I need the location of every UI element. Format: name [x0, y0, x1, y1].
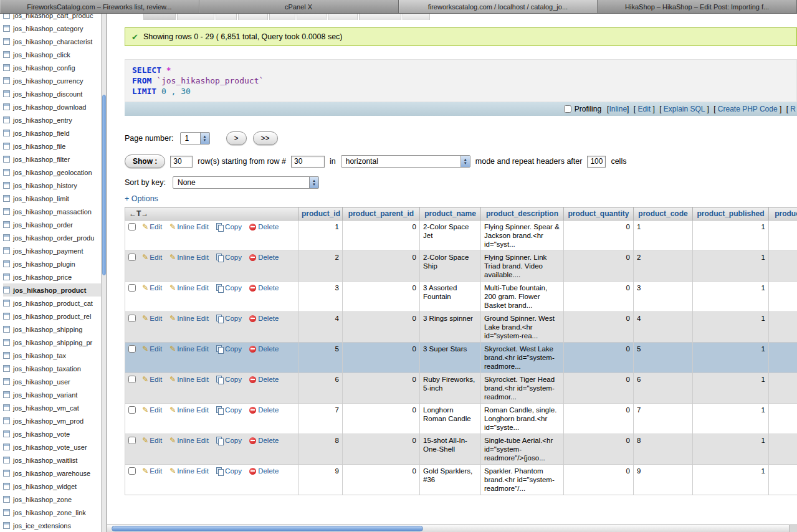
sidebar-table-item[interactable]: jos_hikashop_discount	[3, 87, 102, 100]
copy-link[interactable]: Copy	[216, 315, 242, 322]
sort-key-select[interactable]: None ▲▼	[173, 176, 319, 189]
next-page-button[interactable]: >	[226, 131, 247, 145]
column-header-product-published[interactable]: product_published	[693, 207, 769, 221]
sidebar-table-item[interactable]: jos_hikashop_product	[3, 283, 102, 297]
copy-link[interactable]: Copy	[216, 467, 242, 475]
delete-link[interactable]: Delete	[249, 223, 279, 230]
browser-tab-1[interactable]: FireworksCatalog.com – Fireworks list, r…	[0, 0, 199, 13]
browser-tab-4[interactable]: HikaShop – HikaShop – Edit Post: Importi…	[598, 0, 797, 13]
sidebar-table-item[interactable]: jos_hikashop_category	[3, 22, 102, 35]
column-header-product-code[interactable]: product_code	[634, 207, 693, 221]
inline-edit-link[interactable]: ✎Inline Edit	[169, 284, 209, 292]
sidebar-scrollbar[interactable]	[101, 14, 107, 532]
sidebar-table-item[interactable]: jos_hikashop_cart_produc	[3, 14, 102, 22]
sidebar-table-item[interactable]: jos_hikashop_massaction	[3, 205, 102, 218]
mode-select[interactable]: horizontal ▲▼	[341, 155, 470, 168]
profiling-link-text[interactable]: Edit	[637, 105, 651, 113]
pma-tab-stub[interactable]	[403, 14, 430, 20]
sidebar-table-item[interactable]: jos_hikashop_zone	[3, 493, 102, 506]
row-checkbox[interactable]	[128, 467, 136, 475]
copy-link[interactable]: Copy	[216, 437, 242, 444]
pma-tab-stub[interactable]	[359, 14, 401, 20]
edit-link[interactable]: ✎Edit	[142, 376, 162, 383]
edit-link[interactable]: ✎Edit	[142, 284, 162, 292]
profiling-link[interactable]: [ Explain SQL ]	[659, 105, 709, 113]
column-header-product-name[interactable]: product_name	[420, 207, 481, 221]
transpose-control[interactable]: ←T→	[128, 209, 148, 218]
row-checkbox[interactable]	[128, 284, 136, 292]
row-checkbox[interactable]	[128, 437, 136, 444]
inline-edit-link[interactable]: ✎Inline Edit	[169, 406, 209, 414]
sidebar-table-item[interactable]: jos_hikashop_config	[3, 61, 102, 74]
profiling-link-text[interactable]: R	[790, 105, 796, 113]
sidebar-table-item[interactable]: jos_hikashop_zone_link	[3, 506, 102, 519]
edit-link[interactable]: ✎Edit	[142, 345, 162, 353]
edit-link[interactable]: ✎Edit	[142, 467, 162, 475]
sidebar-table-item[interactable]: jos_hikashop_taxation	[3, 362, 102, 375]
copy-link[interactable]: Copy	[216, 406, 242, 414]
sidebar-table-item[interactable]: jos_hikashop_field	[3, 126, 102, 140]
inline-edit-link[interactable]: ✎Inline Edit	[169, 376, 209, 383]
sidebar-table-item[interactable]: jos_hikashop_vm_prod	[3, 414, 102, 427]
row-checkbox[interactable]	[128, 223, 136, 230]
browser-tab-3[interactable]: fireworkscatalog.com / localhost / catal…	[399, 0, 598, 13]
sidebar-table-item[interactable]: jos_hikashop_product_cat	[3, 297, 102, 310]
sidebar-table-item[interactable]: jos_hikashop_currency	[3, 74, 102, 87]
edit-link[interactable]: ✎Edit	[142, 254, 162, 261]
sidebar-table-item[interactable]: jos_hikashop_plugin	[3, 257, 102, 270]
edit-link[interactable]: ✎Edit	[142, 223, 162, 230]
sidebar-table-item[interactable]: jos_hikashop_variant	[3, 388, 102, 401]
row-checkbox[interactable]	[128, 254, 136, 261]
column-header-cut[interactable]: produc	[769, 207, 797, 221]
inline-edit-link[interactable]: ✎Inline Edit	[169, 467, 209, 475]
inline-edit-link[interactable]: ✎Inline Edit	[169, 223, 209, 230]
column-header-product-parent-id[interactable]: product_parent_id	[343, 207, 420, 221]
show-button[interactable]: Show :	[125, 154, 165, 168]
profiling-checkbox[interactable]	[564, 105, 571, 113]
inline-edit-link[interactable]: ✎Inline Edit	[169, 254, 209, 261]
pma-tab-stub[interactable]	[177, 14, 214, 20]
copy-link[interactable]: Copy	[216, 284, 242, 292]
pma-tab-stub[interactable]	[216, 14, 237, 20]
sidebar-table-item[interactable]: jos_hikashop_shipping_pr	[3, 336, 102, 349]
sidebar-table-item[interactable]: jos_hikashop_waitlist	[3, 454, 102, 467]
sidebar-scrollbar-thumb[interactable]	[102, 95, 106, 275]
sidebar-table-item[interactable]: jos_hikashop_entry	[3, 113, 102, 126]
pma-tab-stub[interactable]	[143, 14, 176, 20]
column-header-product-quantity[interactable]: product_quantity	[564, 207, 634, 221]
repeat-headers-input[interactable]	[587, 156, 606, 168]
sidebar-table-item[interactable]: jos_hikashop_vote_user	[3, 440, 102, 454]
sidebar-table-item[interactable]: jos_hikashop_order_produ	[3, 231, 102, 244]
copy-link[interactable]: Copy	[216, 223, 242, 230]
delete-link[interactable]: Delete	[249, 254, 279, 261]
num-rows-input[interactable]	[170, 156, 193, 168]
column-header-product-description[interactable]: product_description	[481, 207, 564, 221]
row-checkbox[interactable]	[128, 315, 136, 322]
profiling-link[interactable]: [ Create PHP Code ]	[713, 105, 781, 113]
sidebar-table-item[interactable]: jos_hikashop_shipping	[3, 323, 102, 336]
inline-edit-link[interactable]: ✎Inline Edit	[169, 315, 209, 322]
last-page-button[interactable]: >>	[253, 131, 278, 145]
sidebar-table-item[interactable]: jos_hikashop_geolocation	[3, 166, 102, 179]
sidebar-table-item[interactable]: jos_hikashop_payment	[3, 244, 102, 257]
sidebar-table-item[interactable]: jos_hikashop_order	[3, 218, 102, 231]
horizontal-scrollbar-thumb[interactable]	[112, 526, 423, 531]
pma-tab-stub[interactable]	[238, 14, 268, 20]
sidebar-table-item[interactable]: jos_hikashop_filter	[3, 153, 102, 166]
sidebar-table-item[interactable]: jos_hikashop_user	[3, 375, 102, 388]
delete-link[interactable]: Delete	[249, 345, 279, 353]
sidebar-table-item[interactable]: jos_hikashop_vm_cat	[3, 401, 102, 414]
sidebar-table-item[interactable]: jos_hikashop_click	[3, 48, 102, 61]
copy-link[interactable]: Copy	[216, 254, 242, 261]
sidebar-table-item[interactable]: jos_hikashop_product_rel	[3, 310, 102, 323]
sidebar-table-item[interactable]: jos_ice_extensions	[3, 519, 102, 532]
pma-tab-stub[interactable]	[328, 14, 358, 20]
sidebar-table-item[interactable]: jos_hikashop_download	[3, 100, 102, 113]
delete-link[interactable]: Delete	[249, 437, 279, 444]
horizontal-scrollbar[interactable]	[107, 525, 789, 532]
page-number-select[interactable]: 1 ▲▼	[180, 132, 210, 145]
delete-link[interactable]: Delete	[249, 376, 279, 383]
row-checkbox[interactable]	[128, 376, 136, 383]
profiling-link[interactable]: [Inline]	[607, 105, 629, 113]
options-toggle-link[interactable]: + Options	[125, 194, 158, 203]
